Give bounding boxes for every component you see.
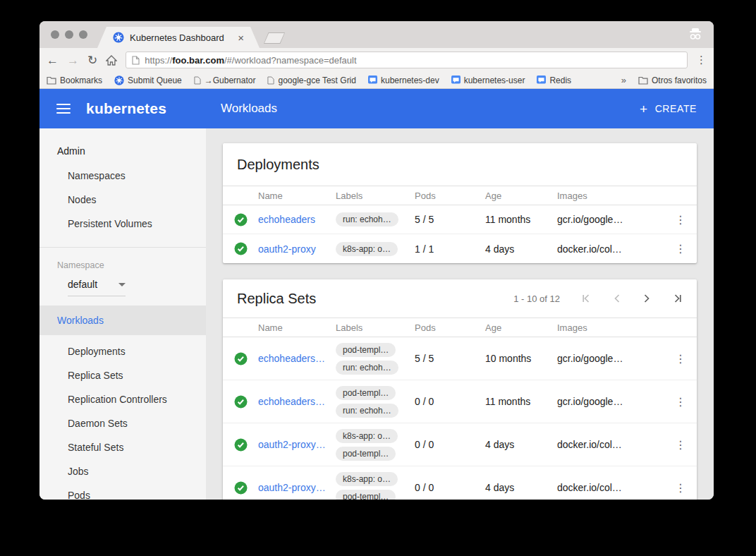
url-scheme: https:// <box>145 55 172 66</box>
resource-link[interactable]: oauth2-proxy… <box>258 482 326 493</box>
incognito-icon <box>687 27 704 41</box>
sidebar-item-nodes[interactable]: Nodes <box>39 188 206 212</box>
close-window-button[interactable] <box>51 30 59 39</box>
table-row: echoheaders run: echoh… 5 / 5 11 months … <box>223 205 697 234</box>
groups-icon <box>368 75 377 85</box>
sidebar: Admin Namespaces Nodes Persistent Volume… <box>39 128 206 500</box>
sidebar-item-namespaces[interactable]: Namespaces <box>39 164 206 188</box>
pagination: 1 - 10 of 12 <box>513 294 683 304</box>
bookmark-redis[interactable]: Redis <box>537 75 571 85</box>
pods-cell: 0 / 0 <box>415 439 485 450</box>
sidebar-item-replica-sets[interactable]: Replica Sets <box>39 363 206 387</box>
bookmarks-bar: Bookmarks Submit Queue →Gubernator googl… <box>39 72 714 89</box>
bookmark-kubernetes-dev[interactable]: kubernetes-dev <box>368 75 439 85</box>
status-ok-icon <box>234 352 248 365</box>
column-header-pods[interactable]: Pods <box>415 191 485 201</box>
sidebar-item-jobs[interactable]: Jobs <box>39 459 206 483</box>
label-chip: pod-templ… <box>336 490 396 500</box>
label-chip: pod-templ… <box>336 447 396 461</box>
pagination-range: 1 - 10 of 12 <box>513 294 560 304</box>
sidebar-item-persistent-volumes[interactable]: Persistent Volumes <box>39 212 206 236</box>
age-cell: 10 months <box>485 353 557 364</box>
row-menu-icon[interactable]: ⋮ <box>675 353 686 365</box>
next-page-icon[interactable] <box>642 294 651 303</box>
forward-icon: → <box>67 54 79 66</box>
resource-link[interactable]: oauth2-proxy… <box>258 439 326 450</box>
kubernetes-logo[interactable]: kubernetes <box>86 100 166 117</box>
deployments-card: Deployments Name Labels Pods Age Images … <box>223 143 697 263</box>
hamburger-menu-icon[interactable] <box>56 104 71 114</box>
row-menu-icon[interactable]: ⋮ <box>675 439 686 451</box>
resource-link[interactable]: echoheaders… <box>258 353 325 364</box>
bookmark-submit-queue[interactable]: Submit Queue <box>114 75 182 85</box>
sidebar-item-admin[interactable]: Admin <box>39 128 206 157</box>
page-title: Workloads <box>221 102 277 116</box>
new-tab-button[interactable] <box>264 32 285 44</box>
zoom-window-button[interactable] <box>79 30 87 39</box>
kubernetes-icon <box>114 75 124 85</box>
back-icon[interactable]: ← <box>47 54 59 66</box>
sidebar-item-pods[interactable]: Pods <box>39 483 206 500</box>
bookmark-kubernetes-user[interactable]: kubernetes-user <box>451 75 525 85</box>
bookmark-bookmarks[interactable]: Bookmarks <box>47 75 102 85</box>
other-bookmarks-folder[interactable]: Otros favoritos <box>638 75 707 85</box>
pods-cell: 0 / 0 <box>415 396 485 407</box>
sidebar-item-deployments[interactable]: Deployments <box>39 339 206 363</box>
column-header-labels[interactable]: Labels <box>336 322 415 333</box>
address-bar[interactable]: https://foo.bar.com/#/workload?namespace… <box>126 52 688 68</box>
images-cell: docker.io/col… <box>557 482 664 493</box>
page-icon <box>194 76 201 85</box>
resource-link[interactable]: echoheaders <box>258 214 315 225</box>
sidebar-item-stateful-sets[interactable]: Stateful Sets <box>39 435 206 459</box>
page-icon <box>267 76 274 85</box>
browser-menu-icon[interactable]: ⋮ <box>696 54 707 66</box>
row-menu-icon[interactable]: ⋮ <box>675 482 686 494</box>
column-header-images[interactable]: Images <box>557 191 664 201</box>
row-menu-icon[interactable]: ⋮ <box>675 396 686 408</box>
column-header-labels[interactable]: Labels <box>336 191 415 201</box>
pods-cell: 5 / 5 <box>415 214 485 225</box>
status-ok-icon <box>234 481 248 495</box>
bookmark-google-gce-test-grid[interactable]: google-gce Test Grid <box>267 75 356 85</box>
row-menu-icon[interactable]: ⋮ <box>675 214 686 226</box>
label-chip: pod-templ… <box>336 343 396 357</box>
row-menu-icon[interactable]: ⋮ <box>675 243 686 255</box>
table-row: oauth2-proxy… k8s-app: o… pod-templ… 0 /… <box>223 423 697 466</box>
folder-icon <box>47 76 56 85</box>
bookmark-gubernator[interactable]: →Gubernator <box>194 75 256 85</box>
browser-tab[interactable]: Kubernetes Dashboard × <box>97 27 260 48</box>
home-icon[interactable] <box>106 55 117 66</box>
pods-cell: 5 / 5 <box>415 353 485 364</box>
resource-link[interactable]: echoheaders… <box>258 396 325 407</box>
column-header-age[interactable]: Age <box>485 322 557 333</box>
table-row: echoheaders… pod-templ… run: echoh… 5 / … <box>223 337 697 380</box>
reload-icon[interactable]: ↻ <box>87 54 97 66</box>
label-chip: k8s-app: o… <box>336 472 398 486</box>
chevron-down-icon <box>118 283 126 286</box>
images-cell: gcr.io/google… <box>557 353 664 364</box>
bookmarks-overflow-chevron[interactable]: » <box>621 75 626 85</box>
age-cell: 4 days <box>485 439 557 450</box>
resource-link[interactable]: oauth2-proxy <box>258 243 316 255</box>
column-header-pods[interactable]: Pods <box>415 322 485 333</box>
column-header-images[interactable]: Images <box>557 322 664 333</box>
column-header-name[interactable]: Name <box>258 322 336 333</box>
last-page-icon[interactable] <box>672 294 683 303</box>
tab-close-icon[interactable]: × <box>238 32 244 44</box>
sidebar-item-replication-controllers[interactable]: Replication Controllers <box>39 387 206 411</box>
status-ok-icon <box>234 242 248 255</box>
sidebar-item-daemon-sets[interactable]: Daemon Sets <box>39 411 206 435</box>
minimize-window-button[interactable] <box>65 30 73 39</box>
window-controls[interactable] <box>51 30 87 39</box>
namespace-label: Namespace <box>39 248 206 270</box>
namespace-select[interactable]: default <box>68 279 126 296</box>
images-cell: gcr.io/google… <box>557 396 664 407</box>
sidebar-item-workloads[interactable]: Workloads <box>39 306 206 335</box>
create-button[interactable]: + CREATE <box>640 102 697 116</box>
replica-sets-card: Replica Sets 1 - 10 of 12 <box>223 279 697 500</box>
pods-cell: 1 / 1 <box>415 243 485 255</box>
status-ok-icon <box>234 438 248 452</box>
browser-toolbar: ← → ↻ https://foo.bar.com/#/workload?nam… <box>39 48 714 72</box>
column-header-age[interactable]: Age <box>485 191 557 201</box>
column-header-name[interactable]: Name <box>258 191 336 201</box>
